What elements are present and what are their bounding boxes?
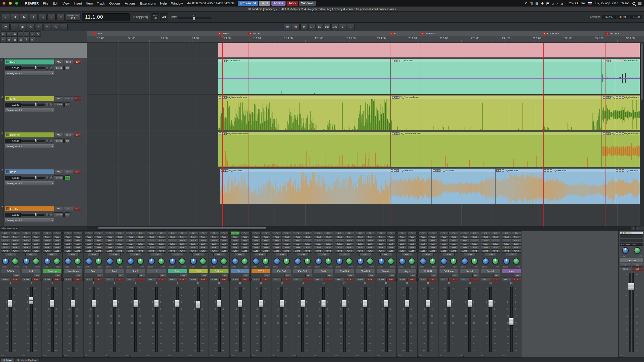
auto-touch-button[interactable]: Touch — [147, 239, 156, 242]
width-knob[interactable] — [137, 258, 144, 264]
volume-fader[interactable] — [93, 287, 95, 352]
arm-button[interactable]: ARM — [55, 97, 63, 101]
io-button[interactable] — [251, 355, 255, 357]
auto-latch-button[interactable]: Latch — [210, 242, 219, 246]
item-icon-3[interactable]: ▫ — [550, 169, 552, 172]
fx-button[interactable]: FX — [189, 231, 198, 235]
auto-write-button[interactable]: Write — [1, 246, 10, 249]
tcp-track-ovh[interactable]: 10 OVH ARM SOLO CUT -3.91dB CHAIN FX Ana… — [0, 95, 87, 131]
mute-button[interactable]: CUT — [282, 278, 291, 281]
mute-button[interactable]: CUT — [449, 278, 458, 281]
mixer-track-name[interactable]: Synth1 — [460, 269, 479, 273]
auto-read-button[interactable]: Read — [428, 235, 437, 239]
mute-button[interactable]: CUT — [219, 278, 229, 281]
auto-latch-button[interactable]: Latch — [356, 242, 365, 246]
arm-button[interactable]: ARM — [5, 253, 16, 256]
auto-latch-button[interactable]: Latch — [491, 242, 500, 246]
arm-button[interactable]: ARM — [234, 253, 246, 256]
toolbar-button-1[interactable]: ▤ — [2, 24, 10, 30]
io-button[interactable] — [314, 355, 317, 357]
tcp-toolbar-button-1-4[interactable]: ∪ — [18, 31, 23, 37]
auto-auto-button[interactable]: AUTO — [324, 249, 333, 253]
solo-button[interactable]: SOLO — [397, 278, 407, 281]
mixer-track-name[interactable]: OVH — [189, 269, 208, 273]
mute-button[interactable]: CUT — [324, 278, 333, 281]
mute-button[interactable]: CUT — [11, 278, 20, 281]
auto-write-button[interactable]: Write — [386, 246, 396, 249]
auto-write-button[interactable]: Write — [293, 246, 302, 249]
item-icon-2[interactable]: p — [619, 96, 621, 99]
auto-touch-button[interactable]: Touch — [418, 239, 428, 242]
pan-knob[interactable] — [148, 258, 155, 264]
auto-latch-button[interactable]: Latch — [11, 242, 20, 246]
auto-latch-button[interactable]: Latch — [219, 242, 229, 246]
mute-button[interactable]: CUT — [512, 278, 521, 281]
item-header[interactable]: ≡p▫06_DrumsRoom.wav — [391, 132, 601, 135]
pan-knob[interactable] — [65, 258, 71, 264]
phase-button[interactable] — [45, 66, 49, 70]
io-button[interactable] — [63, 355, 67, 357]
auto-latch-button[interactable]: Latch — [105, 242, 114, 246]
menubar-status-icon-3[interactable]: ▦ — [535, 2, 538, 5]
auto-auto-button[interactable]: AUTO — [439, 249, 449, 253]
auto-auto-button[interactable]: AUTO — [189, 249, 198, 253]
volume-fader[interactable] — [9, 287, 12, 352]
arm-button[interactable]: ARM — [67, 253, 79, 256]
item-icon-2[interactable]: p — [547, 169, 549, 172]
auto-read-button[interactable]: Read — [157, 235, 166, 239]
auto-auto-button[interactable]: AUTO — [73, 249, 83, 253]
pan-knob[interactable] — [378, 258, 385, 264]
tcp-toolbar-button-2-2[interactable]: ◉ — [6, 37, 12, 42]
auto-read-button[interactable]: Read — [407, 235, 417, 239]
marker-3[interactable]: 3VOCAL — [249, 32, 260, 35]
menu-track[interactable]: Track — [96, 2, 105, 5]
pan-knob[interactable] — [295, 258, 301, 264]
arm-button[interactable]: ARM — [339, 253, 350, 256]
auto-auto-button[interactable]: AUTO — [147, 249, 156, 253]
master-fx-slot-empty[interactable] — [620, 239, 643, 242]
fx-button[interactable]: FX — [251, 231, 261, 235]
mute-button[interactable]: CUT — [491, 278, 500, 281]
lane-ovh[interactable]: ≡p▫05_Overheads.wav≡p▫05_Overheads.wav≡p… — [87, 95, 644, 131]
auto-latch-button[interactable]: Latch — [293, 242, 302, 246]
item-icon-3[interactable]: ▫ — [397, 132, 399, 135]
item-icon-1[interactable]: ≡ — [219, 96, 221, 99]
mixer-track-name[interactable]: Bell Piano — [439, 269, 458, 273]
mute-button[interactable]: CUT — [428, 278, 437, 281]
auto-touch-button[interactable]: Touch — [52, 239, 62, 242]
go-to-end-button[interactable]: ⇥ — [38, 14, 47, 20]
auto-read-button[interactable]: Read — [397, 235, 407, 239]
volume-fader[interactable] — [406, 287, 409, 352]
solo-button[interactable]: SOLO — [439, 278, 449, 281]
select-button[interactable]: SEL — [452, 274, 458, 277]
item-icon-2[interactable]: p — [619, 169, 621, 172]
auto-read-button[interactable]: Read — [11, 235, 20, 239]
fx-button[interactable]: FX — [1, 231, 10, 235]
mute-button[interactable]: CUT — [136, 278, 145, 281]
select-button[interactable]: SEL — [368, 274, 375, 277]
menubar-status-icon-5[interactable]: ⬒ — [546, 2, 549, 5]
select-button[interactable]: SEL — [389, 274, 396, 277]
playrate-slider[interactable]: 1.0 — [178, 17, 211, 19]
auto-auto-button[interactable]: AUTO — [512, 249, 521, 253]
item-icon-2[interactable]: p — [394, 132, 397, 135]
media-item-bass[interactable]: ≡p▫11_Bass.wav — [543, 168, 615, 204]
grid-mode-button-3[interactable]: ▦ — [300, 24, 308, 30]
solo-button[interactable]: SOLO — [314, 278, 323, 281]
fx-button[interactable]: FX — [356, 231, 365, 235]
mixer-track-name[interactable]: Tom3 — [126, 269, 145, 273]
auto-read-button[interactable]: Read — [210, 235, 219, 239]
auto-write-button[interactable]: Write — [210, 246, 219, 249]
solo-button[interactable]: SOLO — [210, 278, 219, 281]
mixer-track-name[interactable]: GtrHi — [314, 269, 333, 273]
master-fx-slot[interactable]: ML4000.ML4 — [620, 231, 643, 235]
select-button[interactable]: SEL — [34, 274, 41, 277]
solo-button[interactable]: SOLO — [481, 278, 490, 281]
io-button[interactable] — [230, 355, 234, 357]
auto-auto-button[interactable]: AUTO — [210, 249, 219, 253]
auto-auto-button[interactable]: AUTO — [272, 249, 281, 253]
auto-touch-button[interactable]: Touch — [43, 239, 52, 242]
menu-window[interactable]: Window — [171, 2, 183, 5]
mute-button[interactable]: CUT — [157, 278, 166, 281]
fx-button[interactable]: FX — [22, 231, 31, 235]
